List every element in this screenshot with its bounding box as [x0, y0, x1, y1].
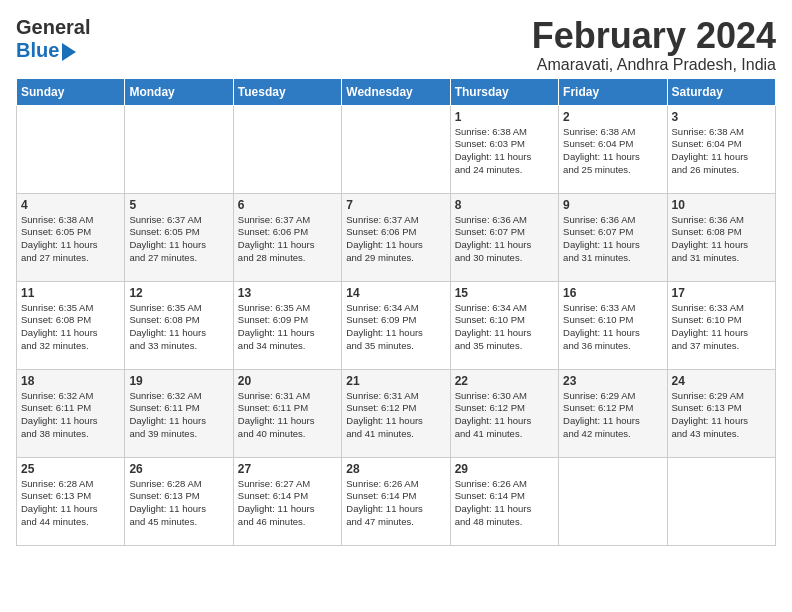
calendar-cell: 28Sunrise: 6:26 AM Sunset: 6:14 PM Dayli…	[342, 457, 450, 545]
column-header-sunday: Sunday	[17, 78, 125, 105]
calendar-cell	[667, 457, 775, 545]
day-info: Sunrise: 6:28 AM Sunset: 6:13 PM Dayligh…	[129, 478, 228, 529]
column-header-friday: Friday	[559, 78, 667, 105]
day-number: 17	[672, 286, 771, 300]
calendar-week-row: 4Sunrise: 6:38 AM Sunset: 6:05 PM Daylig…	[17, 193, 776, 281]
calendar-cell: 12Sunrise: 6:35 AM Sunset: 6:08 PM Dayli…	[125, 281, 233, 369]
day-number: 13	[238, 286, 337, 300]
calendar-cell	[125, 105, 233, 193]
day-number: 29	[455, 462, 554, 476]
day-info: Sunrise: 6:28 AM Sunset: 6:13 PM Dayligh…	[21, 478, 120, 529]
calendar-cell	[233, 105, 341, 193]
day-number: 20	[238, 374, 337, 388]
day-number: 14	[346, 286, 445, 300]
page-header: General Blue February 2024 Amaravati, An…	[16, 16, 776, 74]
column-header-thursday: Thursday	[450, 78, 558, 105]
day-info: Sunrise: 6:37 AM Sunset: 6:06 PM Dayligh…	[346, 214, 445, 265]
day-number: 6	[238, 198, 337, 212]
day-info: Sunrise: 6:27 AM Sunset: 6:14 PM Dayligh…	[238, 478, 337, 529]
day-number: 4	[21, 198, 120, 212]
calendar-cell: 25Sunrise: 6:28 AM Sunset: 6:13 PM Dayli…	[17, 457, 125, 545]
day-info: Sunrise: 6:26 AM Sunset: 6:14 PM Dayligh…	[455, 478, 554, 529]
calendar-cell: 13Sunrise: 6:35 AM Sunset: 6:09 PM Dayli…	[233, 281, 341, 369]
calendar-cell: 10Sunrise: 6:36 AM Sunset: 6:08 PM Dayli…	[667, 193, 775, 281]
day-info: Sunrise: 6:38 AM Sunset: 6:04 PM Dayligh…	[563, 126, 662, 177]
day-info: Sunrise: 6:33 AM Sunset: 6:10 PM Dayligh…	[563, 302, 662, 353]
day-info: Sunrise: 6:34 AM Sunset: 6:09 PM Dayligh…	[346, 302, 445, 353]
day-number: 2	[563, 110, 662, 124]
day-number: 5	[129, 198, 228, 212]
day-info: Sunrise: 6:38 AM Sunset: 6:03 PM Dayligh…	[455, 126, 554, 177]
logo: General Blue	[16, 16, 90, 62]
calendar-cell: 21Sunrise: 6:31 AM Sunset: 6:12 PM Dayli…	[342, 369, 450, 457]
calendar-cell: 14Sunrise: 6:34 AM Sunset: 6:09 PM Dayli…	[342, 281, 450, 369]
column-header-wednesday: Wednesday	[342, 78, 450, 105]
calendar-cell: 22Sunrise: 6:30 AM Sunset: 6:12 PM Dayli…	[450, 369, 558, 457]
calendar-cell: 29Sunrise: 6:26 AM Sunset: 6:14 PM Dayli…	[450, 457, 558, 545]
calendar-cell	[342, 105, 450, 193]
day-info: Sunrise: 6:36 AM Sunset: 6:08 PM Dayligh…	[672, 214, 771, 265]
column-header-monday: Monday	[125, 78, 233, 105]
day-number: 23	[563, 374, 662, 388]
day-info: Sunrise: 6:38 AM Sunset: 6:05 PM Dayligh…	[21, 214, 120, 265]
calendar-subtitle: Amaravati, Andhra Pradesh, India	[532, 56, 776, 74]
day-number: 10	[672, 198, 771, 212]
calendar-table: SundayMondayTuesdayWednesdayThursdayFrid…	[16, 78, 776, 546]
day-number: 8	[455, 198, 554, 212]
calendar-cell: 6Sunrise: 6:37 AM Sunset: 6:06 PM Daylig…	[233, 193, 341, 281]
day-info: Sunrise: 6:33 AM Sunset: 6:10 PM Dayligh…	[672, 302, 771, 353]
calendar-title: February 2024	[532, 16, 776, 56]
day-info: Sunrise: 6:35 AM Sunset: 6:08 PM Dayligh…	[129, 302, 228, 353]
calendar-cell: 8Sunrise: 6:36 AM Sunset: 6:07 PM Daylig…	[450, 193, 558, 281]
day-info: Sunrise: 6:38 AM Sunset: 6:04 PM Dayligh…	[672, 126, 771, 177]
column-header-tuesday: Tuesday	[233, 78, 341, 105]
calendar-cell: 9Sunrise: 6:36 AM Sunset: 6:07 PM Daylig…	[559, 193, 667, 281]
day-number: 25	[21, 462, 120, 476]
day-info: Sunrise: 6:31 AM Sunset: 6:11 PM Dayligh…	[238, 390, 337, 441]
calendar-body: 1Sunrise: 6:38 AM Sunset: 6:03 PM Daylig…	[17, 105, 776, 545]
title-area: February 2024 Amaravati, Andhra Pradesh,…	[532, 16, 776, 74]
day-number: 18	[21, 374, 120, 388]
day-number: 27	[238, 462, 337, 476]
day-number: 11	[21, 286, 120, 300]
calendar-week-row: 25Sunrise: 6:28 AM Sunset: 6:13 PM Dayli…	[17, 457, 776, 545]
column-header-saturday: Saturday	[667, 78, 775, 105]
calendar-cell: 5Sunrise: 6:37 AM Sunset: 6:05 PM Daylig…	[125, 193, 233, 281]
day-number: 21	[346, 374, 445, 388]
calendar-cell: 11Sunrise: 6:35 AM Sunset: 6:08 PM Dayli…	[17, 281, 125, 369]
calendar-cell: 16Sunrise: 6:33 AM Sunset: 6:10 PM Dayli…	[559, 281, 667, 369]
calendar-cell: 20Sunrise: 6:31 AM Sunset: 6:11 PM Dayli…	[233, 369, 341, 457]
day-info: Sunrise: 6:36 AM Sunset: 6:07 PM Dayligh…	[455, 214, 554, 265]
day-info: Sunrise: 6:30 AM Sunset: 6:12 PM Dayligh…	[455, 390, 554, 441]
day-number: 19	[129, 374, 228, 388]
calendar-cell: 23Sunrise: 6:29 AM Sunset: 6:12 PM Dayli…	[559, 369, 667, 457]
day-number: 15	[455, 286, 554, 300]
calendar-cell: 19Sunrise: 6:32 AM Sunset: 6:11 PM Dayli…	[125, 369, 233, 457]
calendar-week-row: 1Sunrise: 6:38 AM Sunset: 6:03 PM Daylig…	[17, 105, 776, 193]
day-number: 9	[563, 198, 662, 212]
day-number: 1	[455, 110, 554, 124]
day-info: Sunrise: 6:35 AM Sunset: 6:08 PM Dayligh…	[21, 302, 120, 353]
day-info: Sunrise: 6:37 AM Sunset: 6:06 PM Dayligh…	[238, 214, 337, 265]
day-number: 22	[455, 374, 554, 388]
calendar-header-row: SundayMondayTuesdayWednesdayThursdayFrid…	[17, 78, 776, 105]
calendar-cell: 18Sunrise: 6:32 AM Sunset: 6:11 PM Dayli…	[17, 369, 125, 457]
day-number: 3	[672, 110, 771, 124]
calendar-cell	[17, 105, 125, 193]
day-info: Sunrise: 6:32 AM Sunset: 6:11 PM Dayligh…	[21, 390, 120, 441]
day-number: 12	[129, 286, 228, 300]
calendar-cell	[559, 457, 667, 545]
logo-arrow-icon	[62, 43, 76, 61]
day-number: 7	[346, 198, 445, 212]
calendar-cell: 24Sunrise: 6:29 AM Sunset: 6:13 PM Dayli…	[667, 369, 775, 457]
calendar-cell: 15Sunrise: 6:34 AM Sunset: 6:10 PM Dayli…	[450, 281, 558, 369]
day-info: Sunrise: 6:34 AM Sunset: 6:10 PM Dayligh…	[455, 302, 554, 353]
day-number: 16	[563, 286, 662, 300]
day-number: 26	[129, 462, 228, 476]
day-info: Sunrise: 6:35 AM Sunset: 6:09 PM Dayligh…	[238, 302, 337, 353]
calendar-week-row: 18Sunrise: 6:32 AM Sunset: 6:11 PM Dayli…	[17, 369, 776, 457]
day-number: 24	[672, 374, 771, 388]
calendar-cell: 17Sunrise: 6:33 AM Sunset: 6:10 PM Dayli…	[667, 281, 775, 369]
day-info: Sunrise: 6:32 AM Sunset: 6:11 PM Dayligh…	[129, 390, 228, 441]
day-info: Sunrise: 6:26 AM Sunset: 6:14 PM Dayligh…	[346, 478, 445, 529]
